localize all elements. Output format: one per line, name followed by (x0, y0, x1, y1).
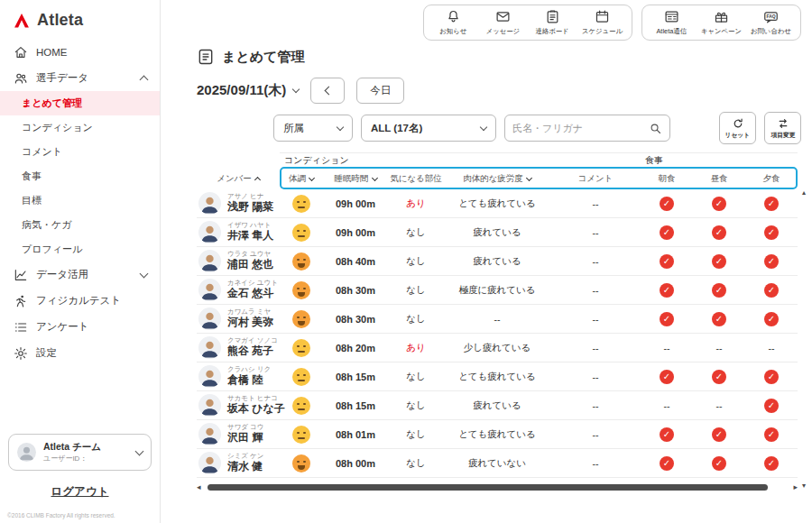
condition-cell (280, 195, 323, 213)
condition-cell (280, 454, 323, 473)
column-sleep[interactable]: 睡眠時間 (323, 173, 388, 185)
lunch-cell: ✓ (693, 197, 745, 211)
scroll-up-icon[interactable]: ▴ (802, 189, 806, 197)
fatigue-cell: 疲れている (444, 226, 550, 239)
brand-logo[interactable]: Atleta (0, 0, 160, 39)
lunch-cell: -- (693, 400, 745, 411)
logout-link[interactable]: ログアウト (0, 484, 160, 500)
member-name: 河村 美弥 (227, 317, 273, 329)
sidebar-item-matomete-kanri[interactable]: まとめて管理 (0, 91, 160, 115)
member-count-select[interactable]: ALL (17名) (361, 115, 496, 142)
fatigue-cell: とても疲れている (444, 371, 550, 383)
sidebar-item-player-data[interactable]: 選手データ (0, 65, 160, 91)
vertical-scrollbar: ▴ ▾ (799, 189, 808, 490)
member-names: サワダ コウ沢田 輝 (227, 424, 263, 444)
condition-cell (280, 252, 323, 271)
member-cell[interactable]: サワダ コウ沢田 輝 (197, 423, 280, 445)
chevron-down-icon (337, 124, 344, 131)
member-cell[interactable]: サカモト ヒナコ坂本 ひな子 (197, 394, 280, 417)
member-names: サカモト ヒナコ坂本 ひな子 (227, 395, 285, 415)
sidebar-item-comment[interactable]: コメント (0, 140, 160, 164)
dinner-cell: ✓ (745, 283, 798, 298)
nav-contact-board[interactable]: 連絡ボード (528, 9, 577, 36)
comment-cell: -- (550, 198, 641, 209)
account-avatar-icon (17, 443, 36, 462)
sidebar-item-meal[interactable]: 食事 (0, 164, 160, 188)
member-cell[interactable]: クラハシ リク倉橋 陸 (197, 365, 280, 388)
nav-campaign[interactable]: キャンペーン (697, 9, 746, 36)
meal-check-icon: ✓ (660, 225, 674, 240)
bell-icon (446, 9, 461, 24)
sidebar-item-label: コンディション (22, 121, 93, 134)
member-cell[interactable]: アサノ ヒナ浅野 陽菜 (197, 192, 280, 215)
column-member[interactable]: メンバー (197, 173, 280, 185)
comment-cell: -- (550, 343, 641, 353)
sidebar-item-home[interactable]: HOME (0, 39, 160, 65)
nav-notice[interactable]: お知らせ (429, 9, 478, 36)
scroll-right-icon[interactable]: ▸ (793, 483, 798, 491)
member-cell[interactable]: カネイシ ユウト金石 悠斗 (197, 279, 280, 301)
sidebar-item-survey[interactable]: アンケート (0, 314, 160, 340)
sidebar-item-settings[interactable]: 設定 (0, 340, 160, 366)
member-name: 倉橋 陸 (227, 374, 271, 387)
nav-atleta-news[interactable]: Atleta通信 (647, 9, 697, 36)
member-cell[interactable]: シミズ ケン清水 健 (197, 452, 280, 474)
sidebar-item-data-use[interactable]: データ活用 (0, 262, 160, 288)
member-cell[interactable]: ウラタ ユウヤ浦田 悠也 (197, 250, 280, 272)
fatigue-cell: -- (444, 314, 550, 325)
prev-day-button[interactable] (310, 78, 345, 104)
reset-button[interactable]: リセット (719, 112, 756, 144)
condition-face-icon (292, 397, 310, 415)
sidebar-item-condition[interactable]: コンディション (0, 115, 160, 140)
date-picker[interactable]: 2025/09/11(木) (197, 82, 299, 99)
sidebar-item-physical-test[interactable]: フィジカルテスト (0, 288, 160, 314)
table-row: サワダ コウ沢田 輝08h 01mなしとても疲れている--✓✓✓ (197, 420, 798, 449)
column-fatigue[interactable]: 肉体的な疲労度 (444, 173, 550, 185)
meal-check-icon: ✓ (764, 254, 779, 269)
lunch-cell: ✓ (693, 283, 745, 298)
column-condition[interactable]: 体調 (280, 173, 323, 185)
member-avatar-icon (198, 307, 221, 330)
part-cell: なし (388, 226, 444, 239)
chevron-down-icon (309, 174, 315, 180)
search-input[interactable] (512, 123, 649, 133)
member-cell[interactable]: クマガイ ソノコ熊谷 苑子 (197, 336, 280, 359)
meal-check-icon: ✓ (712, 225, 726, 240)
comment-cell: -- (550, 372, 641, 382)
member-avatar-icon (198, 250, 221, 272)
chevron-down-icon (480, 124, 487, 131)
sort-asc-icon (254, 177, 261, 183)
meal-check-icon: ✓ (764, 283, 779, 298)
app-window: Atleta HOME選手データまとめて管理コンディションコメント食事目標病気・… (0, 0, 812, 523)
sidebar-item-profile[interactable]: プロフィール (0, 237, 160, 262)
nav-schedule[interactable]: スケジュール (577, 9, 627, 36)
member-cell[interactable]: カワムラ ミヤ河村 美弥 (197, 307, 280, 330)
nav-inquiry[interactable]: FAQお問い合わせ (746, 9, 796, 36)
chevron-up-icon (140, 76, 149, 85)
nav-message[interactable]: メッセージ (478, 9, 528, 36)
change-items-button[interactable]: 項目変更 (764, 112, 801, 144)
hscroll-thumb[interactable] (208, 484, 768, 491)
meal-empty: -- (769, 343, 775, 353)
condition-cell (280, 397, 323, 415)
department-select[interactable]: 所属 (273, 115, 353, 142)
today-button[interactable]: 今日 (356, 78, 404, 104)
sidebar-menu: HOME選手データまとめて管理コンディションコメント食事目標病気・ケガプロフィー… (0, 39, 160, 366)
hscroll-track[interactable] (206, 484, 789, 491)
member-avatar-icon (198, 365, 221, 388)
condition-cell (280, 224, 323, 242)
lunch-cell: ✓ (693, 370, 745, 384)
scroll-left-icon[interactable]: ◂ (197, 483, 201, 491)
sidebar-item-goal[interactable]: 目標 (0, 188, 160, 213)
member-cell[interactable]: イザワ ハヤト井澤 隼人 (197, 221, 280, 243)
meal-check-icon: ✓ (712, 197, 726, 211)
member-avatar-icon (198, 423, 221, 445)
member-name: 浦田 悠也 (227, 259, 273, 271)
lunch-cell: ✓ (693, 456, 745, 471)
search-icon[interactable] (649, 122, 662, 135)
condition-face-icon (292, 454, 310, 473)
scroll-down-icon[interactable]: ▾ (802, 482, 806, 490)
part-cell: なし (388, 284, 444, 297)
account-box[interactable]: Atleta チーム ユーザーID： (8, 434, 152, 471)
sidebar-item-sickness-injury[interactable]: 病気・ケガ (0, 213, 160, 237)
